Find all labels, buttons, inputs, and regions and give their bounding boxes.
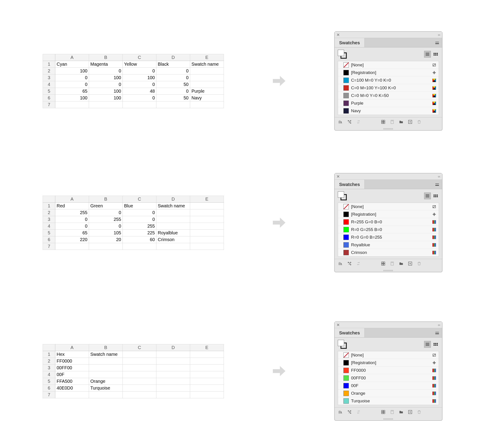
tab-swatches[interactable]: Swatches: [335, 180, 365, 189]
col-header[interactable]: A: [55, 54, 89, 61]
clip-icon[interactable]: [390, 120, 394, 125]
cell[interactable]: [156, 364, 190, 371]
swatch-row[interactable]: Navy: [338, 107, 439, 115]
swatch-row[interactable]: 00F: [338, 382, 439, 390]
swatch-row-none[interactable]: [None]: [338, 203, 439, 210]
panel-menu-icon[interactable]: [432, 328, 442, 337]
col-header[interactable]: B: [89, 54, 123, 61]
cell[interactable]: 48: [123, 88, 156, 95]
clip-icon[interactable]: [390, 261, 394, 267]
col-header[interactable]: D: [156, 196, 190, 202]
cell[interactable]: 255: [123, 223, 156, 229]
cell[interactable]: 100: [55, 95, 89, 101]
cell[interactable]: 00FF00: [55, 364, 89, 371]
link-icon[interactable]: [347, 410, 352, 415]
cell[interactable]: 0: [89, 223, 123, 229]
cell[interactable]: [156, 378, 190, 384]
swap-icon[interactable]: [356, 410, 361, 415]
grid-view-button[interactable]: [432, 341, 439, 348]
cell[interactable]: [156, 243, 190, 250]
cell[interactable]: 50: [156, 81, 190, 88]
cell[interactable]: 20: [89, 236, 123, 243]
col-header[interactable]: D: [156, 54, 190, 61]
trash-icon[interactable]: [417, 410, 421, 415]
cell[interactable]: [55, 243, 89, 250]
swatch-row[interactable]: Royalblue: [338, 241, 439, 249]
trash-icon[interactable]: [417, 261, 421, 267]
header-cell[interactable]: Red: [55, 202, 89, 209]
cell[interactable]: 220: [55, 236, 89, 243]
cell[interactable]: 225: [123, 229, 156, 236]
cell[interactable]: [190, 74, 224, 81]
folder-icon[interactable]: [399, 410, 403, 415]
row-header[interactable]: 7: [43, 243, 55, 250]
grid-view-button[interactable]: [432, 51, 439, 57]
col-header[interactable]: A: [55, 196, 89, 202]
row-header[interactable]: 4: [43, 223, 55, 229]
swatch-row-registration[interactable]: [Registration]: [338, 69, 439, 76]
cell[interactable]: [190, 67, 224, 74]
cell[interactable]: [190, 384, 224, 391]
cell[interactable]: 0: [55, 74, 89, 81]
plus-icon[interactable]: [408, 410, 412, 415]
row-header[interactable]: 7: [43, 391, 55, 398]
cell[interactable]: [89, 391, 123, 398]
cell[interactable]: Royalblue: [156, 229, 190, 236]
resize-grip[interactable]: [335, 128, 442, 130]
row-header[interactable]: 1: [43, 61, 55, 67]
cell[interactable]: 0: [156, 74, 190, 81]
cell[interactable]: 0: [89, 67, 123, 74]
cell[interactable]: [190, 81, 224, 88]
resize-grip[interactable]: [335, 269, 442, 272]
cell[interactable]: 0: [123, 81, 156, 88]
swatch-row-none[interactable]: [None]: [338, 351, 439, 359]
list-view-button[interactable]: [424, 51, 431, 57]
cell[interactable]: [190, 358, 224, 364]
header-cell[interactable]: Cyan: [55, 61, 89, 67]
cell[interactable]: [156, 223, 190, 229]
cell[interactable]: [55, 101, 89, 108]
header-cell[interactable]: [156, 351, 190, 358]
lib-icon[interactable]: [338, 261, 343, 267]
header-cell[interactable]: [123, 351, 156, 358]
header-cell[interactable]: Yellow: [123, 61, 156, 67]
cell[interactable]: [190, 371, 224, 378]
panel-titlebar[interactable]: ✕‹‹: [335, 173, 442, 180]
row-header[interactable]: 2: [43, 67, 55, 74]
cell[interactable]: [190, 364, 224, 371]
panel-titlebar[interactable]: ✕‹‹: [335, 32, 442, 38]
cell[interactable]: 255: [55, 209, 89, 216]
cell[interactable]: [190, 101, 224, 108]
plus-icon[interactable]: [408, 120, 412, 125]
col-header[interactable]: C: [123, 54, 156, 61]
fill-stroke-icon[interactable]: [338, 191, 347, 200]
swap-icon[interactable]: [356, 120, 361, 125]
header-cell[interactable]: Hex: [55, 351, 89, 358]
cell[interactable]: 0: [89, 81, 123, 88]
swatch-row[interactable]: Crimson: [338, 249, 439, 256]
cell[interactable]: 0: [123, 95, 156, 101]
cell[interactable]: Navy: [190, 95, 224, 101]
swatch-row[interactable]: Purple: [338, 99, 439, 107]
cell[interactable]: Orange: [89, 378, 123, 384]
header-cell[interactable]: Swatch name: [89, 351, 123, 358]
close-icon[interactable]: ✕: [336, 323, 340, 327]
cell[interactable]: [55, 391, 89, 398]
cell[interactable]: 0: [55, 223, 89, 229]
collapse-icon[interactable]: ‹‹: [438, 33, 440, 37]
cell[interactable]: 255: [89, 216, 123, 223]
cell[interactable]: 0: [89, 209, 123, 216]
cell[interactable]: [190, 223, 224, 229]
row-header[interactable]: 4: [43, 81, 55, 88]
close-icon[interactable]: ✕: [336, 175, 340, 179]
swatch-row[interactable]: C=0 M=0 Y=0 K=50: [338, 92, 439, 99]
row-header[interactable]: 1: [43, 351, 55, 358]
collapse-icon[interactable]: ‹‹: [438, 175, 440, 179]
row-header[interactable]: 6: [43, 384, 55, 391]
row-header[interactable]: 5: [43, 88, 55, 95]
swatch-row[interactable]: FF0000: [338, 367, 439, 374]
cell[interactable]: 0: [55, 81, 89, 88]
cell[interactable]: 100: [89, 88, 123, 95]
header-cell[interactable]: Green: [89, 202, 123, 209]
swatch-row[interactable]: C=0 M=100 Y=100 K=0: [338, 84, 439, 92]
